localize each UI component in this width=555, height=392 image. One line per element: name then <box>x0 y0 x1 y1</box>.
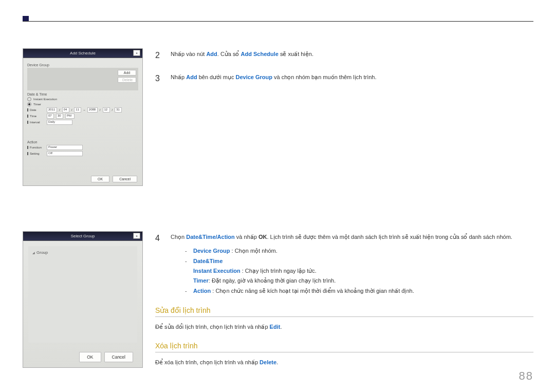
delete-paragraph: Để xóa lịch trình, chọn lịch trình và nh… <box>155 358 533 368</box>
header-accent <box>23 16 29 21</box>
radio-instant[interactable] <box>27 97 31 101</box>
text: bên dưới mục <box>197 74 236 80</box>
device-group-label: Device Group <box>27 63 138 67</box>
radio-timer[interactable] <box>27 102 31 106</box>
date-year-from[interactable]: 2011 <box>47 107 57 113</box>
timer-label: Timer <box>33 103 41 106</box>
keyword-ok: OK <box>258 234 267 240</box>
step-4-sub-list: - Device Group : Chọn một nhóm. - Date&T… <box>185 246 512 296</box>
text: sẽ xuất hiện. <box>279 51 313 57</box>
screenshot-select-group: Select Group × ◢Group OK Cancel <box>23 231 143 368</box>
date-month-from[interactable]: 04 <box>62 107 69 113</box>
step-2: 2 Nhấp vào nút Add. Cửa sổ Add Schedule … <box>155 48 533 62</box>
keyword-delete: Delete <box>260 359 276 365</box>
time-ampm[interactable]: PM <box>65 114 75 119</box>
device-group-box: Add Delete <box>27 68 138 90</box>
dialog-title-bar: Select Group × <box>23 232 142 241</box>
date-label: Date <box>27 108 45 111</box>
heading-modify-schedule: Sửa đổi lịch trình <box>155 306 533 317</box>
sub-item-datetime: - Date&Time Instant Execution : Chạy lịc… <box>185 256 512 285</box>
dialog-title: Add Schedule <box>70 51 96 55</box>
keyword-edit: Edit <box>270 324 281 330</box>
time-hour[interactable]: 07 <box>47 114 54 119</box>
step-number: 2 <box>155 48 164 62</box>
text: . <box>276 359 278 365</box>
text: Nhấp <box>171 74 186 80</box>
date-day-to[interactable]: 31 <box>115 107 122 113</box>
tree-root[interactable]: Group <box>36 250 48 255</box>
screenshot-add-schedule: Add Schedule × Device Group Add Delete D… <box>23 48 143 186</box>
date-month-to[interactable]: 12 <box>103 107 110 113</box>
dialog-title-bar: Add Schedule × <box>23 49 142 58</box>
keyword-add-schedule: Add Schedule <box>241 51 279 57</box>
step-4: 4 Chọn Date&Time/Action và nhấp OK. Lịch… <box>155 231 533 297</box>
keyword-device-group: Device Group <box>193 248 230 254</box>
interval-label: Interval <box>27 121 45 124</box>
step-3: 3 Nhấp Add bên dưới mục Device Group và … <box>155 71 533 85</box>
ok-button[interactable]: OK <box>91 176 109 182</box>
date-day-from[interactable]: 11 <box>74 107 81 113</box>
text: : Chạy lịch trình ngay lập tức. <box>240 268 317 274</box>
step-body: Chọn Date&Time/Action và nhấp OK. Lịch t… <box>171 231 512 297</box>
cancel-button[interactable]: Cancel <box>113 176 137 182</box>
cancel-button[interactable]: Cancel <box>104 352 133 362</box>
dash-icon: - <box>185 246 190 256</box>
instruction-steps-bottom: 4 Chọn Date&Time/Action và nhấp OK. Lịch… <box>155 231 533 371</box>
step-number: 3 <box>155 71 164 85</box>
instruction-steps-top: 2 Nhấp vào nút Add. Cửa sổ Add Schedule … <box>155 48 533 95</box>
keyword-datetime: Date&Time <box>193 258 223 264</box>
function-select[interactable]: Power <box>47 145 83 150</box>
close-icon[interactable]: × <box>133 233 140 239</box>
add-button[interactable]: Add <box>118 70 136 76</box>
text: Nhấp vào nút <box>171 51 206 57</box>
keyword-datetime: Date&Time <box>186 234 215 240</box>
sub-item-device-group: - Device Group : Chọn một nhóm. <box>185 246 512 256</box>
text: Chọn <box>171 234 186 240</box>
time-min[interactable]: 30 <box>56 114 63 119</box>
delete-button[interactable]: Delete <box>118 77 136 83</box>
group-tree-area[interactable]: ◢Group <box>28 246 137 343</box>
step-body: Nhấp Add bên dưới mục Device Group và ch… <box>171 71 377 85</box>
step-body: Nhấp vào nút Add. Cửa sổ Add Schedule sẽ… <box>171 48 313 62</box>
text: . <box>280 324 282 330</box>
text: và chọn nhóm bạn muốn thêm lịch trình. <box>272 74 377 80</box>
keyword-add: Add <box>206 51 217 57</box>
text: . Lịch trình sẽ được thêm và một danh sá… <box>267 234 512 240</box>
close-icon[interactable]: × <box>133 50 140 56</box>
keyword-action: Action <box>217 234 235 240</box>
keyword-instant-execution: Instant Execution <box>193 268 240 274</box>
instant-execution-label: Instant Execution <box>33 98 57 101</box>
dialog-title: Select Group <box>71 234 95 238</box>
keyword-add: Add <box>186 74 197 80</box>
dash-icon: - <box>185 286 190 296</box>
text: : Đặt ngày, giờ và khoảng thời gian chạy… <box>209 277 336 284</box>
header-rule <box>23 21 533 22</box>
heading-delete-schedule: Xóa lịch trình <box>155 342 533 352</box>
text: Để xóa lịch trình, chọn lịch trình và nh… <box>155 359 260 365</box>
text: Để sửa đổi lịch trình, chọn lịch trình v… <box>155 324 270 330</box>
date-year-to[interactable]: 2088 <box>87 107 98 113</box>
dash-icon: - <box>185 256 190 285</box>
chevron-right-icon[interactable]: ◢ <box>32 251 35 254</box>
page-number: 88 <box>519 369 533 383</box>
text: : Chọn một nhóm. <box>230 248 278 254</box>
text: . Cửa sổ <box>217 51 241 57</box>
time-label: Time <box>27 115 45 118</box>
setting-select[interactable]: Off <box>47 151 83 156</box>
text: và nhấp <box>235 234 258 240</box>
sub-item-action: - Action : Chọn chức năng sẽ kích hoạt t… <box>185 286 512 296</box>
step-number: 4 <box>155 231 164 297</box>
setting-label: Setting <box>27 152 45 155</box>
ok-button[interactable]: OK <box>79 352 101 362</box>
keyword-action: Action <box>193 288 211 294</box>
datetime-label: Date & Time <box>27 92 138 96</box>
action-label: Action <box>27 140 138 144</box>
modify-paragraph: Để sửa đổi lịch trình, chọn lịch trình v… <box>155 322 533 332</box>
keyword-device-group: Device Group <box>235 74 272 80</box>
function-label: Function <box>27 146 45 149</box>
interval-select[interactable]: Daily <box>47 120 72 125</box>
date-tilde: ~ <box>83 108 85 111</box>
text: : Chọn chức năng sẽ kích hoạt tại một th… <box>211 288 414 294</box>
keyword-timer: Timer <box>193 277 209 284</box>
